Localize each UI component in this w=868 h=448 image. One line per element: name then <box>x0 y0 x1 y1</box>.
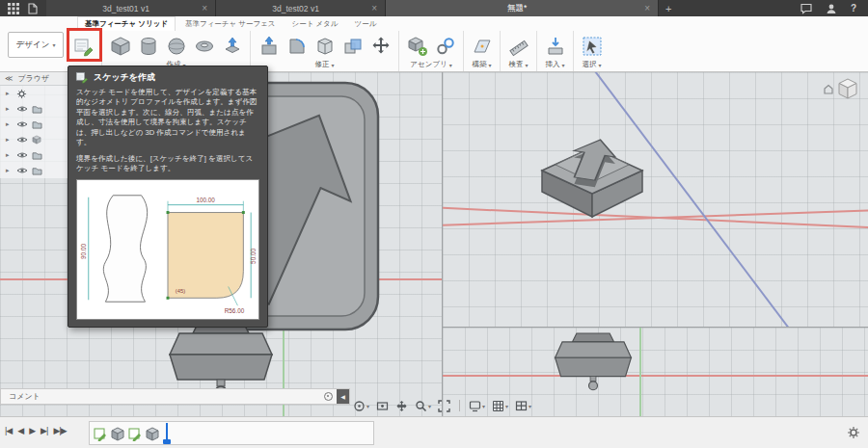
select-menu-button[interactable]: 選択 ▾ <box>582 60 601 69</box>
ribbon-tab-strip: 基準フィーチャ ソリッド 基準フィーチャ サーフェス シート メタル ツール <box>77 16 383 31</box>
collapse-browser-icon[interactable]: ≪ <box>5 74 13 83</box>
extrude-icon[interactable] <box>219 33 245 59</box>
close-tab-icon[interactable]: × <box>200 4 209 13</box>
timeline-extrude-feature[interactable] <box>145 424 159 442</box>
user-avatar-icon[interactable] <box>826 3 837 14</box>
viewport-divider-vertical[interactable] <box>442 72 443 416</box>
chevron-down-icon: ▾ <box>428 403 431 409</box>
select-cursor-icon[interactable] <box>579 33 605 59</box>
close-tab-icon[interactable]: × <box>642 4 652 13</box>
fit-view-icon[interactable] <box>438 400 450 412</box>
folder-icon <box>32 167 42 175</box>
go-to-start-button[interactable]: |◀ <box>5 426 12 435</box>
expand-arrow-icon[interactable]: ▸ <box>6 151 13 159</box>
eye-icon[interactable] <box>16 105 28 113</box>
fillet-icon[interactable] <box>284 33 310 59</box>
expand-arrow-icon[interactable]: ▸ <box>6 105 13 113</box>
multi-viewport-icon[interactable]: ▾ <box>515 400 531 412</box>
step-forward-button[interactable]: ▶| <box>41 426 47 435</box>
display-settings-icon[interactable]: ▾ <box>469 400 485 412</box>
timeline-bar: |◀ ◀ ▶ ▶| ▶|▶ <box>0 416 868 448</box>
insert-menu-label: 挿入 <box>545 60 559 69</box>
timeline-extrude-feature[interactable] <box>110 424 124 442</box>
select-menu-label: 選択 <box>582 60 596 69</box>
folder-icon <box>32 120 42 129</box>
grid-settings-icon[interactable]: ▾ <box>492 400 508 412</box>
timeline-feature-strip <box>89 421 374 445</box>
expand-arrow-icon[interactable]: ▸ <box>6 136 13 144</box>
insert-icon[interactable] <box>542 33 568 59</box>
workspace-selector-button[interactable]: デザイン ▾ <box>8 32 64 58</box>
measure-icon[interactable] <box>505 33 531 59</box>
chevron-down-icon: ▾ <box>449 62 452 68</box>
timeline-sketch-feature[interactable] <box>127 424 142 442</box>
expand-arrow-icon[interactable]: ▸ <box>6 167 13 174</box>
ribbon-tab-tools[interactable]: ツール <box>347 17 383 31</box>
zoom-icon[interactable]: ▾ <box>415 400 431 412</box>
toolbar-group-insert: 挿入 ▾ <box>536 31 573 71</box>
chevron-down-icon: ▾ <box>505 403 508 409</box>
collapse-comment-icon[interactable]: ◀ <box>337 389 349 404</box>
eye-icon[interactable] <box>16 151 28 159</box>
modify-menu-button[interactable]: 修正 ▾ <box>314 60 334 69</box>
expand-arrow-icon[interactable]: ▸ <box>6 120 13 128</box>
viewport-pane-perspective[interactable] <box>443 72 868 327</box>
press-pull-icon[interactable] <box>256 33 282 59</box>
eye-icon[interactable] <box>16 167 28 174</box>
insert-menu-button[interactable]: 挿入 ▾ <box>545 60 564 69</box>
step-back-button[interactable]: ◀ <box>17 426 23 435</box>
play-button[interactable]: ▶ <box>29 426 35 435</box>
combine-icon[interactable] <box>339 33 366 59</box>
settings-gear-icon[interactable] <box>847 426 860 439</box>
model-front-view-right[interactable] <box>551 330 636 392</box>
eye-icon[interactable] <box>16 136 28 144</box>
inspect-menu-button[interactable]: 検査 ▾ <box>508 60 528 69</box>
orbit-icon[interactable]: ▾ <box>353 400 369 412</box>
tooltip-paragraph: 境界を作成した後に、[スケッチを終了] を選択してスケッチ モードを終了します。 <box>68 153 267 175</box>
file-menu-icon[interactable] <box>27 3 39 14</box>
close-tab-icon[interactable]: × <box>369 4 379 13</box>
joint-icon[interactable] <box>432 33 458 59</box>
comment-label: コメント <box>1 391 324 402</box>
help-icon[interactable]: ? <box>851 3 856 13</box>
go-to-end-button[interactable]: ▶|▶ <box>53 426 66 435</box>
tabbar-right-icons: ? <box>793 0 868 16</box>
move-copy-icon[interactable] <box>367 33 393 59</box>
document-tab[interactable]: 3d_test02 v1 × <box>216 0 386 16</box>
tooltip-title: スケッチを作成 <box>94 71 155 84</box>
data-panel-grid-icon[interactable] <box>8 3 19 14</box>
create-sketch-button[interactable] <box>70 33 96 59</box>
ribbon-tab-sheet-metal[interactable]: シート メタル <box>285 17 345 31</box>
assemble-menu-button[interactable]: アセンブリ ▾ <box>410 60 451 69</box>
eye-icon[interactable] <box>16 120 28 128</box>
expand-arrow-icon[interactable]: ▸ <box>6 90 13 97</box>
torus-primitive-icon[interactable] <box>191 33 217 59</box>
shell-icon[interactable] <box>312 33 338 59</box>
y-axis-line <box>639 328 641 416</box>
sphere-primitive-icon[interactable] <box>163 33 189 59</box>
new-document-tab-button[interactable]: + <box>659 0 678 16</box>
model-perspective-view[interactable] <box>534 99 650 226</box>
chevron-down-icon: ▾ <box>488 62 491 68</box>
document-tab-bar: 3d_test01 v1 × 3d_test02 v1 × 無題* × + ? <box>0 0 868 16</box>
document-tab-active[interactable]: 無題* × <box>386 0 659 16</box>
construction-plane-icon[interactable] <box>469 33 495 59</box>
box-primitive-icon[interactable] <box>107 33 133 59</box>
new-component-icon[interactable] <box>404 33 430 59</box>
construct-menu-button[interactable]: 構築 ▾ <box>472 60 491 69</box>
comment-indicator-icon[interactable] <box>324 392 333 401</box>
ribbon-tab-surface[interactable]: 基準フィーチャ サーフェス <box>178 17 283 31</box>
look-at-icon[interactable] <box>376 400 389 412</box>
create-sketch-tooltip: スケッチを作成 スケッチ モードを使用して、デザインを定義する基本的なジオメトリ… <box>68 66 268 328</box>
view-cube[interactable] <box>822 75 862 104</box>
viewport-divider-horizontal[interactable] <box>443 327 868 328</box>
dim-angle: (45) <box>176 288 185 294</box>
comments-bubble-icon[interactable] <box>800 3 812 14</box>
pan-icon[interactable] <box>395 400 408 412</box>
timeline-sketch-feature[interactable] <box>93 424 107 442</box>
ribbon-tab-solid[interactable]: 基準フィーチャ ソリッド <box>77 16 176 31</box>
chevron-down-icon: ▾ <box>525 62 528 68</box>
timeline-position-marker[interactable] <box>166 423 168 443</box>
document-tab[interactable]: 3d_test01 v1 × <box>46 0 216 16</box>
cylinder-primitive-icon[interactable] <box>135 33 161 59</box>
